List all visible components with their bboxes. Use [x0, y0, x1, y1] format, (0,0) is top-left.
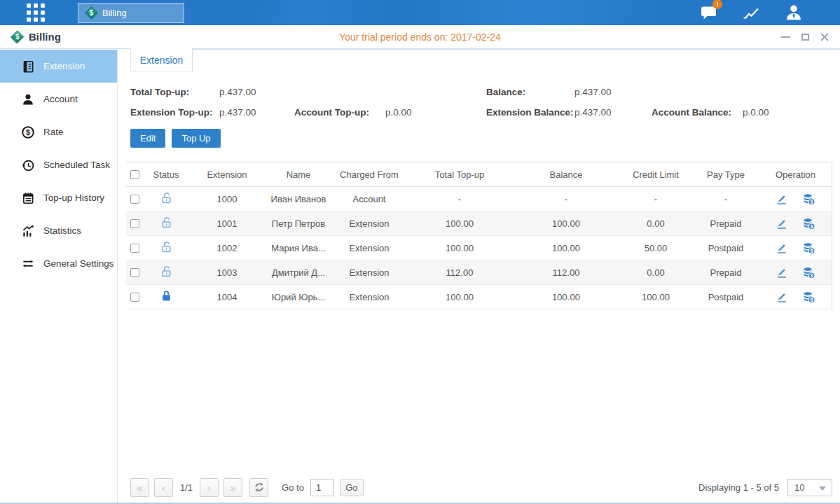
app-title: Billing — [29, 31, 61, 43]
first-page-icon: « — [137, 482, 142, 493]
cell-balance: 112.00 — [513, 260, 619, 285]
sidebar-item-label: General Settings — [43, 258, 114, 269]
edit-icon[interactable] — [776, 290, 788, 303]
cell-pay-type: - — [692, 187, 759, 211]
header-total-topup: Total Top-up — [406, 162, 513, 187]
user-account-icon[interactable] — [784, 4, 804, 22]
cell-charged-from: Account — [332, 187, 406, 211]
page-size-select[interactable]: 10 — [787, 479, 832, 496]
header-pay-type: Pay Type — [692, 162, 759, 187]
row-checkbox[interactable] — [130, 293, 139, 302]
extension-topup-value: p.437.00 — [219, 107, 294, 118]
pagination-bar: « ‹ 1/1 › » Go to Go Displaying 1 - 5 of… — [130, 477, 832, 497]
cell-charged-from: Extension — [332, 260, 406, 285]
refresh-button[interactable] — [249, 478, 268, 497]
taskbar-tab-label: Billing — [102, 8, 127, 18]
tab-strip: Extension — [118, 49, 840, 73]
maximize-icon[interactable] — [799, 31, 811, 43]
billing-diamond-icon: $ — [85, 6, 97, 19]
reports-chart-icon[interactable] — [741, 4, 761, 22]
close-icon[interactable] — [819, 31, 830, 43]
table-row: 1001 Петр Петров Extension 100.00 100.00… — [126, 211, 832, 236]
header-operation: Operation — [759, 162, 832, 187]
row-checkbox[interactable] — [130, 219, 139, 228]
table-row: 1000 Иван Иванов Account - - - - — [126, 187, 832, 211]
sidebar-item-statistics[interactable]: Statistics — [0, 214, 117, 247]
taskbar-tab-billing[interactable]: $ Billing — [78, 3, 184, 23]
app-grid-icon[interactable] — [27, 4, 45, 22]
go-button[interactable]: Go — [340, 479, 364, 496]
billing-app-window: $ Billing ! — [0, 0, 840, 504]
sidebar-item-account[interactable]: Account — [0, 83, 117, 115]
sidebar-item-general-settings[interactable]: General Settings — [0, 247, 117, 280]
sidebar-item-extension[interactable]: Extension — [0, 50, 117, 83]
cell-total-topup: 100.00 — [406, 236, 513, 260]
messages-icon[interactable]: ! — [698, 4, 718, 22]
sidebar-item-topup-history[interactable]: Top-up History — [0, 181, 117, 214]
cell-extension: 1002 — [189, 236, 265, 260]
edit-icon[interactable] — [776, 192, 788, 205]
tab-extension[interactable]: Extension — [130, 48, 193, 72]
topup-icon[interactable] — [802, 192, 815, 206]
svg-text:$: $ — [26, 128, 30, 136]
locked-icon — [160, 290, 172, 302]
cell-balance: 100.00 — [513, 285, 619, 309]
header-name: Name — [265, 162, 332, 187]
top-up-button[interactable]: Top Up — [172, 129, 220, 148]
next-page-icon: › — [207, 482, 211, 493]
balance-value: p.437.00 — [574, 87, 612, 97]
topup-icon[interactable] — [802, 241, 815, 255]
sidebar-item-label: Scheduled Task — [43, 160, 110, 170]
select-all-checkbox[interactable] — [130, 170, 139, 179]
system-top-bar: $ Billing ! — [0, 0, 840, 25]
minimize-icon[interactable] — [780, 31, 791, 43]
extension-table: Status Extension Name Charged From Total… — [126, 162, 832, 309]
edit-icon[interactable] — [776, 217, 788, 230]
cell-name: Иван Иванов — [265, 187, 332, 211]
unlocked-icon — [160, 192, 172, 204]
app-body: Extension Account $ Rate — [0, 49, 840, 503]
edit-icon[interactable] — [776, 241, 788, 254]
topup-icon[interactable] — [802, 217, 815, 230]
topup-icon[interactable] — [802, 290, 815, 304]
row-checkbox[interactable] — [130, 268, 139, 277]
extension-topup-label: Extension Top-up: — [130, 107, 219, 118]
sidebar: Extension Account $ Rate — [0, 49, 118, 503]
first-page-button[interactable]: « — [130, 478, 149, 497]
sidebar-item-scheduled-task[interactable]: Scheduled Task — [0, 148, 117, 181]
cell-charged-from: Extension — [332, 236, 406, 260]
table-row: 1002 Мария Ива... Extension 100.00 100.0… — [126, 236, 832, 260]
last-page-button[interactable]: » — [223, 478, 242, 497]
page-size-value: 10 — [794, 482, 804, 493]
cell-extension: 1000 — [189, 187, 265, 211]
row-checkbox[interactable] — [130, 195, 139, 204]
cell-charged-from: Extension — [332, 285, 406, 309]
top-right-icons: ! — [698, 4, 840, 22]
cell-name: Петр Петров — [265, 211, 332, 236]
app-title-bar: $ Billing Your trial period ends on: 201… — [0, 25, 840, 49]
chevron-down-icon — [819, 486, 826, 491]
cell-name: Дмитрий Д... — [265, 260, 332, 285]
unlocked-icon — [160, 241, 172, 253]
header-extension: Extension — [189, 162, 265, 187]
page-indicator: 1/1 — [180, 482, 193, 493]
header-charged-from: Charged From — [332, 162, 406, 187]
goto-label: Go to — [282, 482, 304, 493]
billing-diamond-icon: $ — [11, 30, 24, 43]
cell-pay-type: Postpaid — [692, 236, 759, 260]
sidebar-item-rate[interactable]: $ Rate — [0, 115, 117, 148]
sidebar-item-label: Statistics — [43, 225, 81, 236]
row-checkbox[interactable] — [130, 244, 139, 253]
next-page-button[interactable]: › — [200, 478, 219, 497]
topup-icon[interactable] — [802, 266, 815, 279]
cell-pay-type: Prepaid — [692, 260, 759, 285]
general-settings-sliders-icon — [21, 257, 35, 271]
cell-pay-type: Prepaid — [692, 211, 759, 236]
edit-icon[interactable] — [776, 266, 788, 279]
goto-page-input[interactable] — [310, 479, 334, 496]
table-row: 1004 Юрий Юрь... Extension 100.00 100.00… — [126, 285, 832, 309]
prev-page-button[interactable]: ‹ — [154, 478, 173, 497]
edit-button[interactable]: Edit — [130, 129, 165, 148]
refresh-icon — [254, 482, 265, 493]
trial-message: Your trial period ends on: 2017-02-24 — [0, 31, 840, 43]
